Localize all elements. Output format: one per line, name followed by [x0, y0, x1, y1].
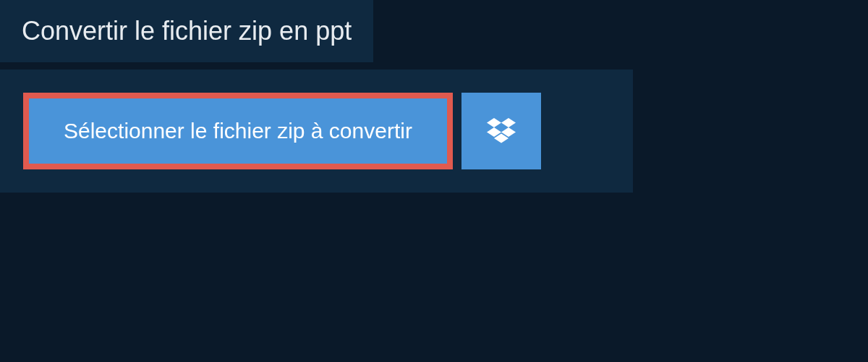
title-bar: Convertir le fichier zip en ppt	[0, 0, 373, 62]
select-file-button[interactable]: Sélectionner le fichier zip à convertir	[23, 93, 453, 169]
dropbox-icon	[487, 118, 516, 144]
select-file-label: Sélectionner le fichier zip à convertir	[64, 119, 412, 143]
dropbox-button[interactable]	[461, 93, 541, 169]
page-title: Convertir le fichier zip en ppt	[22, 16, 352, 46]
upload-panel: Sélectionner le fichier zip à convertir	[0, 70, 633, 193]
button-row: Sélectionner le fichier zip à convertir	[23, 93, 610, 169]
